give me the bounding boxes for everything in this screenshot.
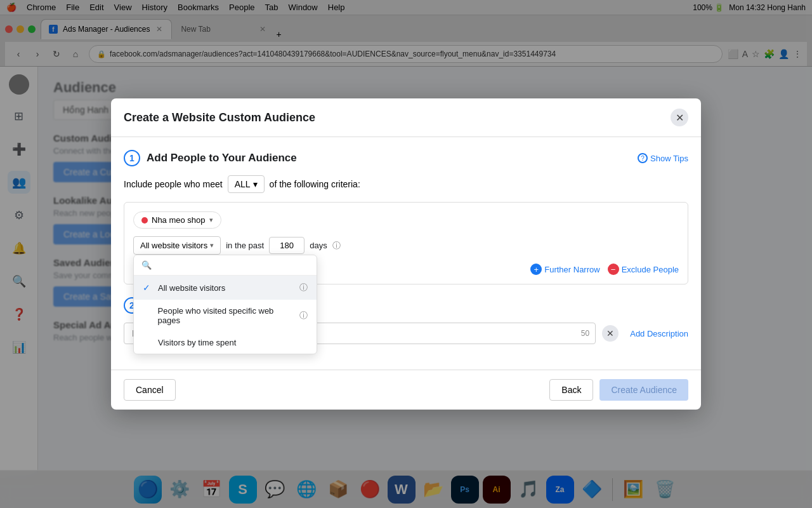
char-count: 50 bbox=[581, 329, 589, 338]
step-1-number: 1 bbox=[124, 150, 140, 166]
create-audience-button[interactable]: Create Audience bbox=[599, 379, 688, 401]
further-narrow-label: Further Narrow bbox=[544, 265, 599, 274]
dropdown-search-box: 🔍 bbox=[134, 255, 317, 276]
option-all-visitors-label: All website visitors bbox=[158, 283, 225, 293]
all-label: ALL bbox=[235, 179, 251, 189]
past-label: in the past bbox=[226, 241, 264, 250]
exclude-people-label: Exclude People bbox=[622, 265, 679, 274]
add-description-link[interactable]: Add Description bbox=[630, 329, 688, 338]
source-chevron-icon: ▾ bbox=[209, 216, 213, 224]
modal-overlay: Create a Website Custom Audience ✕ 1 Add… bbox=[0, 0, 812, 508]
exclude-people-icon: − bbox=[608, 264, 619, 275]
days-input[interactable] bbox=[269, 237, 304, 254]
step-1-title: Add People to Your Audience bbox=[147, 152, 297, 164]
create-audience-modal: Create a Website Custom Audience ✕ 1 Add… bbox=[111, 98, 701, 410]
option-check-icon: ✓ bbox=[143, 283, 153, 293]
further-narrow-button[interactable]: + Further Narrow bbox=[530, 264, 599, 275]
tips-icon: ? bbox=[638, 153, 648, 163]
show-tips-button[interactable]: ? Show Tips bbox=[638, 153, 688, 163]
show-tips-label: Show Tips bbox=[650, 154, 688, 163]
back-button[interactable]: Back bbox=[549, 379, 593, 401]
visitor-type-dropdown-menu: 🔍 ✓ All website visitors ⓘ bbox=[133, 255, 317, 354]
exclude-people-button[interactable]: − Exclude People bbox=[608, 264, 679, 275]
source-tag[interactable]: Nha meo shop ▾ bbox=[133, 211, 221, 229]
option-specific-info-icon[interactable]: ⓘ bbox=[299, 310, 308, 321]
modal-footer-left: Cancel bbox=[124, 379, 176, 401]
visitor-type-dropdown[interactable]: All website visitors ▾ bbox=[133, 236, 221, 255]
all-chevron-icon: ▾ bbox=[253, 179, 258, 189]
audience-source-box: Nha meo shop ▾ All website visitors ▾ bbox=[124, 202, 688, 284]
step-1-header: 1 Add People to Your Audience ? Show Tip… bbox=[124, 150, 688, 166]
step-1-section: 1 Add People to Your Audience ? Show Tip… bbox=[124, 150, 688, 284]
source-name: Nha meo shop bbox=[152, 215, 206, 225]
criteria-row: All website visitors ▾ 🔍 ✓ bbox=[133, 236, 679, 255]
visitor-type-dropdown-container: All website visitors ▾ 🔍 ✓ bbox=[133, 236, 221, 255]
dropdown-option-all-visitors[interactable]: ✓ All website visitors ⓘ bbox=[134, 276, 317, 300]
dropdown-search-icon: 🔍 bbox=[141, 260, 152, 270]
dropdown-option-time-spent[interactable]: Visitors by time spent bbox=[134, 331, 317, 354]
option-info-icon[interactable]: ⓘ bbox=[299, 282, 308, 293]
visitor-type-label: All website visitors bbox=[140, 241, 207, 250]
further-narrow-icon: + bbox=[530, 264, 542, 275]
modal-close-button[interactable]: ✕ bbox=[671, 109, 688, 126]
option-specific-pages-label: People who visited specific web pages bbox=[158, 306, 294, 325]
criteria-label: of the following criteria: bbox=[270, 179, 360, 189]
modal-title: Create a Website Custom Audience bbox=[124, 111, 315, 124]
name-clear-button[interactable]: ✕ bbox=[602, 325, 619, 342]
modal-footer: Cancel Back Create Audience bbox=[111, 370, 701, 410]
cancel-button[interactable]: Cancel bbox=[124, 379, 176, 401]
all-criteria-dropdown[interactable]: ALL ▾ bbox=[228, 175, 265, 193]
modal-footer-right: Back Create Audience bbox=[549, 379, 688, 401]
source-dot-icon bbox=[141, 217, 148, 224]
days-info-icon[interactable]: ⓘ bbox=[332, 240, 341, 251]
dropdown-option-specific-pages[interactable]: People who visited specific web pages ⓘ bbox=[134, 300, 317, 331]
modal-header: Create a Website Custom Audience ✕ bbox=[111, 98, 701, 137]
days-label: days bbox=[310, 241, 327, 250]
visitor-chevron-icon: ▾ bbox=[210, 241, 214, 250]
dropdown-search-input[interactable] bbox=[157, 260, 309, 270]
modal-body: 1 Add People to Your Audience ? Show Tip… bbox=[111, 137, 701, 370]
include-criteria-row: Include people who meet ALL ▾ of the fol… bbox=[124, 175, 688, 193]
option-time-spent-label: Visitors by time spent bbox=[158, 338, 236, 347]
include-label: Include people who meet bbox=[124, 179, 223, 189]
